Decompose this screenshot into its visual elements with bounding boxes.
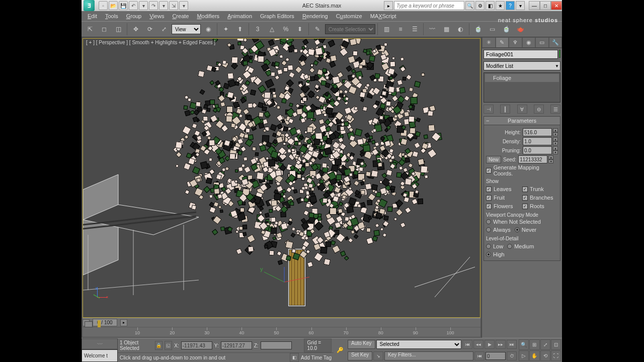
density-up-icon[interactable]: ▲ — [553, 137, 558, 141]
new-icon[interactable]: ▫ — [99, 1, 108, 10]
material-icon[interactable]: ◐ — [454, 23, 467, 36]
help-icon[interactable]: ? — [506, 1, 515, 10]
make-unique-icon[interactable]: ∀ — [517, 105, 527, 114]
goto-start-icon[interactable]: ⏮ — [462, 340, 472, 349]
set-key-button[interactable]: Set Key — [348, 351, 372, 360]
menu-create[interactable]: Create — [168, 12, 193, 20]
prev-frame-icon[interactable]: ◂◂ — [473, 340, 484, 349]
canopy-never-radio[interactable] — [515, 227, 520, 232]
viewport-label[interactable]: [ + ] [ Perspective ] [ Smooth + Highlig… — [86, 40, 215, 45]
named-sel-combo[interactable]: Create Selection Se — [325, 24, 375, 34]
utilities-tab-icon[interactable]: 🔧 — [549, 37, 562, 48]
mini-curve-editor-icon[interactable]: 〰 — [82, 338, 118, 349]
ref-coord-combo[interactable]: View — [172, 24, 201, 34]
menu-rendering[interactable]: Rendering — [298, 12, 332, 20]
gen-map-checkbox[interactable]: ✓ — [486, 168, 492, 173]
hierarchy-tab-icon[interactable]: ♆ — [509, 37, 522, 48]
named-sel-icon[interactable]: ✎ — [311, 23, 324, 36]
seed-up-icon[interactable]: ▲ — [548, 155, 553, 159]
slider-next-icon[interactable]: ▸ — [120, 319, 127, 326]
configure-sets-icon[interactable]: ☰ — [550, 105, 560, 114]
menu-animation[interactable]: Animation — [223, 12, 256, 20]
maximize-icon[interactable]: □ — [540, 1, 551, 10]
density-down-icon[interactable]: ▼ — [553, 141, 558, 145]
next-frame-icon[interactable]: ▸▸ — [496, 340, 506, 349]
menu-group[interactable]: Group — [122, 12, 146, 20]
canopy-always-radio[interactable] — [486, 227, 491, 232]
menu-views[interactable]: Views — [145, 12, 168, 20]
lod-medium-radio[interactable] — [507, 244, 512, 249]
app-icon[interactable]: Ǝ — [84, 0, 95, 11]
object-color-swatch[interactable] — [559, 50, 560, 58]
key-mode-toggle-icon[interactable]: ↘ — [373, 351, 383, 360]
stack-item-foliage[interactable]: Foliage — [485, 74, 559, 82]
height-up-icon[interactable]: ▲ — [553, 128, 558, 132]
select-manipulate-icon[interactable]: ✦ — [219, 23, 232, 36]
remove-modifier-icon[interactable]: ⊖ — [534, 105, 544, 114]
percent-snap-icon[interactable]: % — [279, 23, 292, 36]
communication-icon[interactable]: ⚙ — [475, 1, 485, 10]
canopy-whennot-radio[interactable] — [486, 219, 491, 224]
unlink-icon[interactable]: ◻ — [98, 23, 111, 36]
render-frame-icon[interactable]: ▭ — [486, 23, 499, 36]
key-mode-icon[interactable]: 🔑 — [334, 338, 347, 362]
time-indicator[interactable] — [98, 320, 101, 327]
menu-graph-editors[interactable]: Graph Editors — [256, 12, 298, 20]
lod-low-radio[interactable] — [486, 244, 491, 249]
zoom-extents-icon[interactable]: ⤢ — [540, 339, 550, 350]
trunk-checkbox[interactable]: ✓ — [522, 187, 528, 192]
time-config-icon[interactable]: ⏱ — [507, 351, 517, 360]
current-frame-input[interactable] — [486, 352, 506, 360]
favorites-icon[interactable]: ★ — [496, 1, 505, 10]
snap-3d-icon[interactable]: 3 — [251, 23, 264, 36]
close-icon[interactable]: ✕ — [551, 1, 562, 10]
zoom-icon[interactable]: 🔍 — [519, 339, 529, 350]
rollout-header[interactable]: Parameters — [484, 117, 560, 125]
modifier-list-combo[interactable]: Modifier List — [484, 61, 560, 70]
redo-drop-icon[interactable]: ▾ — [159, 1, 168, 10]
time-slider[interactable]: ◂ 0 / 100 ▸ — [83, 318, 480, 327]
z-input[interactable] — [261, 341, 292, 349]
undo-icon[interactable]: ↶ — [129, 1, 138, 10]
leaves-checkbox[interactable]: ✓ — [486, 187, 492, 192]
zoom-all-icon[interactable]: ⊞ — [529, 339, 539, 350]
add-time-tag[interactable]: Add Time Tag — [301, 355, 332, 360]
height-down-icon[interactable]: ▼ — [553, 132, 558, 136]
lod-high-radio[interactable] — [486, 252, 491, 257]
qat-drop-icon[interactable]: ▾ — [179, 1, 188, 10]
select-scale-icon[interactable]: ⤢ — [157, 23, 171, 36]
height-input[interactable] — [523, 128, 552, 136]
new-seed-button[interactable]: New — [486, 156, 501, 163]
link-icon[interactable]: ⇲ — [169, 1, 178, 10]
display-tab-icon[interactable]: ▭ — [535, 37, 549, 48]
select-rotate-icon[interactable]: ⟳ — [143, 23, 156, 36]
auto-key-button[interactable]: Auto Key — [348, 340, 375, 349]
trackbar-toggle-icon[interactable] — [85, 321, 93, 327]
density-input[interactable] — [523, 137, 552, 145]
search-drop-icon[interactable]: ▸ — [384, 1, 393, 10]
layers-icon[interactable]: ☰ — [408, 23, 421, 36]
select-move-icon[interactable]: ✥ — [129, 23, 142, 36]
trackbar[interactable]: 102030405060708090100 — [83, 327, 480, 337]
open-icon[interactable]: 📂 — [109, 1, 118, 10]
x-input[interactable] — [181, 341, 212, 349]
help-drop-icon[interactable]: ▾ — [516, 1, 525, 10]
slider-track[interactable] — [127, 319, 480, 326]
pruning-input[interactable] — [523, 146, 552, 154]
curve-editor-icon[interactable]: 〰 — [426, 23, 439, 36]
schematic-icon[interactable]: ▦ — [440, 23, 453, 36]
create-tab-icon[interactable]: ✳ — [482, 37, 496, 48]
object-name-input[interactable] — [484, 50, 558, 59]
zoom-extents-all-icon[interactable]: ⊡ — [551, 339, 561, 350]
play-icon[interactable]: ▶ — [485, 340, 495, 349]
roots-checkbox[interactable]: ✓ — [522, 204, 528, 209]
pruning-up-icon[interactable]: ▲ — [553, 146, 558, 150]
pin-stack-icon[interactable]: ⊣ — [484, 105, 494, 114]
isolate-icon[interactable]: ◱ — [165, 341, 172, 350]
viewport-perspective[interactable]: [ + ] [ Perspective ] [ Smooth + Highlig… — [83, 38, 480, 318]
maxscript-listener[interactable]: Welcome t — [82, 349, 118, 363]
max-viewport-icon[interactable]: ⛶ — [551, 350, 561, 361]
fov-icon[interactable]: ▷ — [519, 350, 529, 361]
bind-spacewarp-icon[interactable]: ◫ — [112, 23, 125, 36]
motion-tab-icon[interactable]: ◉ — [522, 37, 536, 48]
